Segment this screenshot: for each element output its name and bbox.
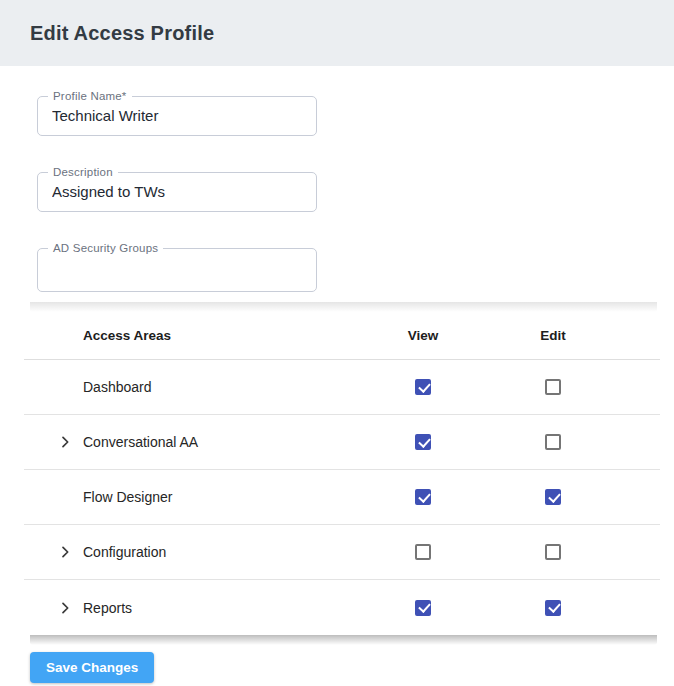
- edit-checkbox[interactable]: [545, 600, 561, 616]
- edit-access-profile-page: Edit Access Profile Profile Name* Descri…: [0, 0, 674, 686]
- view-checkbox[interactable]: [415, 434, 431, 450]
- edit-checkbox[interactable]: [545, 379, 561, 395]
- table-header-row: Access Areas View Edit: [24, 312, 660, 360]
- table-row: Conversational AA: [24, 415, 660, 470]
- chevron-right-icon[interactable]: [57, 544, 73, 560]
- ad-security-groups-input[interactable]: [38, 249, 316, 291]
- view-checkbox[interactable]: [415, 489, 431, 505]
- view-checkbox[interactable]: [415, 600, 431, 616]
- edit-checkbox[interactable]: [545, 434, 561, 450]
- top-shadow-divider: [30, 302, 657, 312]
- description-label: Description: [48, 166, 118, 179]
- profile-form: Profile Name* Description AD Security Gr…: [0, 66, 674, 292]
- view-checkbox[interactable]: [415, 544, 431, 560]
- page-title: Edit Access Profile: [30, 22, 214, 45]
- column-view: View: [358, 328, 488, 343]
- row-label: Dashboard: [83, 379, 358, 395]
- chevron-right-icon[interactable]: [57, 434, 73, 450]
- column-access-areas: Access Areas: [83, 328, 358, 343]
- profile-name-field: Profile Name*: [37, 96, 317, 136]
- profile-name-label: Profile Name*: [48, 90, 132, 103]
- row-label: Flow Designer: [83, 489, 358, 505]
- view-checkbox[interactable]: [415, 379, 431, 395]
- table-row: Configuration: [24, 525, 660, 580]
- table-row: Reports: [24, 580, 660, 635]
- description-field: Description: [37, 172, 317, 212]
- table-row: Flow Designer: [24, 470, 660, 525]
- access-areas-table: Access Areas View Edit Dashboard Convers: [24, 312, 660, 635]
- edit-checkbox[interactable]: [545, 544, 561, 560]
- table-row: Dashboard: [24, 360, 660, 415]
- save-changes-button[interactable]: Save Changes: [30, 652, 154, 683]
- page-header: Edit Access Profile: [0, 0, 674, 66]
- row-label: Conversational AA: [83, 434, 358, 450]
- row-label: Reports: [83, 600, 358, 616]
- chevron-right-icon[interactable]: [57, 600, 73, 616]
- ad-security-groups-label: AD Security Groups: [48, 242, 163, 255]
- footer-actions: Save Changes: [0, 645, 674, 683]
- column-edit: Edit: [488, 328, 618, 343]
- edit-checkbox[interactable]: [545, 489, 561, 505]
- row-label: Configuration: [83, 544, 358, 560]
- ad-security-groups-field: AD Security Groups: [37, 248, 317, 292]
- bottom-shadow-divider: [30, 635, 657, 645]
